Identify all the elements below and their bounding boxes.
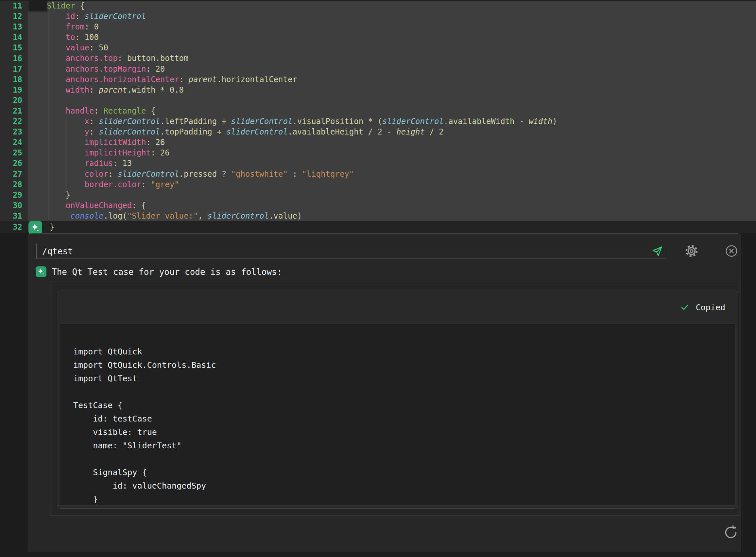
editor-line[interactable]: 18 anchors.horizontalCenter: parent.hori… — [0, 74, 756, 85]
editor-line[interactable]: 23 y: sliderControl.topPadding + sliderC… — [0, 127, 756, 137]
line-number[interactable]: 16 — [0, 53, 28, 63]
code-text[interactable]: anchors.top: button.bottom — [47, 53, 756, 63]
editor-line[interactable]: 11Slider { — [0, 1, 756, 11]
fold-margin — [28, 85, 47, 95]
code-text[interactable]: border.color: "grey" — [47, 179, 756, 190]
editor-line[interactable]: 31 console.log("Slider value:", sliderCo… — [0, 211, 756, 221]
code-text[interactable]: color: sliderControl.pressed ? "ghostwhi… — [47, 169, 756, 179]
line-number[interactable]: 24 — [0, 137, 28, 148]
assistant-avatar-sparkle-icon — [36, 266, 46, 277]
line-number[interactable]: 22 — [0, 116, 28, 127]
assistant-response-container: Copied import QtQuickimport QtQuick.Cont… — [50, 281, 740, 516]
check-icon — [680, 303, 689, 312]
line-number[interactable]: 20 — [0, 95, 28, 106]
fold-margin — [28, 22, 47, 32]
editor-line[interactable]: 17 anchors.topMargin: 20 — [0, 64, 756, 74]
fold-margin — [28, 169, 47, 179]
editor-line[interactable]: 15 value: 50 — [0, 42, 756, 53]
code-text[interactable]: radius: 13 — [47, 158, 756, 169]
code-text[interactable]: anchors.topMargin: 20 — [47, 64, 756, 74]
regenerate-icon[interactable] — [723, 524, 739, 540]
fold-margin — [28, 95, 47, 106]
line-number[interactable]: 25 — [0, 148, 28, 158]
line-number[interactable]: 29 — [0, 190, 28, 200]
code-text[interactable]: x: sliderControl.leftPadding + sliderCon… — [47, 116, 756, 127]
settings-gear-icon[interactable] — [685, 244, 698, 258]
editor-line[interactable]: 16 anchors.top: button.bottom — [0, 53, 756, 63]
code-text[interactable]: onValueChanged: { — [47, 200, 756, 211]
code-text[interactable]: y: sliderControl.topPadding + sliderCont… — [47, 127, 756, 137]
copy-code-button[interactable]: Copied — [680, 291, 725, 324]
line-number[interactable]: 17 — [0, 64, 28, 74]
line-number[interactable]: 27 — [0, 169, 28, 179]
editor-line[interactable]: 12 id: sliderControl — [0, 11, 756, 22]
line-number[interactable]: 31 — [0, 211, 28, 221]
fold-margin — [28, 74, 47, 85]
line-number[interactable]: 28 — [0, 179, 28, 190]
fold-margin — [28, 190, 47, 200]
code-text[interactable]: anchors.horizontalCenter: parent.horizon… — [47, 74, 756, 85]
copied-label: Copied — [696, 303, 725, 312]
code-text[interactable]: to: 100 — [47, 32, 756, 42]
code-text[interactable]: handle: Rectangle { — [47, 106, 756, 116]
line-number[interactable]: 21 — [0, 106, 28, 116]
line-number[interactable]: 30 — [0, 200, 28, 211]
code-text[interactable]: Slider { — [47, 1, 756, 11]
editor-line[interactable]: 30 onValueChanged: { — [0, 200, 756, 211]
code-editor[interactable]: 11Slider {12 id: sliderControl13 from: 0… — [0, 1, 756, 233]
prompt-input[interactable]: /qtest — [36, 244, 667, 259]
fold-margin — [28, 53, 47, 63]
editor-line[interactable]: 26 radius: 13 — [0, 158, 756, 169]
line-number[interactable]: 19 — [0, 85, 28, 95]
editor-line[interactable]: 27 color: sliderControl.pressed ? "ghost… — [0, 169, 756, 179]
code-block-line: id: testCase — [73, 412, 735, 426]
editor-line[interactable]: 21 handle: Rectangle { — [0, 106, 756, 116]
send-icon[interactable] — [652, 246, 663, 257]
code-block-line: visible: true — [73, 426, 735, 439]
code-text[interactable]: id: sliderControl — [47, 11, 756, 22]
editor-line[interactable]: 22 x: sliderControl.leftPadding + slider… — [0, 116, 756, 127]
line-number[interactable]: 15 — [0, 42, 28, 53]
line-number[interactable]: 32 — [0, 221, 28, 233]
editor-line[interactable]: 13 from: 0 — [0, 22, 756, 32]
code-text[interactable]: } — [28, 222, 756, 232]
app-window: 11Slider {12 id: sliderControl13 from: 0… — [0, 0, 756, 557]
code-text[interactable]: console.log("Slider value:", sliderContr… — [47, 211, 756, 221]
editor-line[interactable]: 24 implicitWidth: 26 — [0, 137, 756, 148]
fold-margin — [28, 116, 47, 127]
fold-margin-marker — [28, 1, 48, 11]
ai-assistant-sparkle-icon[interactable] — [28, 221, 42, 235]
editor-line[interactable]: 20 — [0, 95, 756, 106]
fold-margin — [28, 127, 47, 137]
editor-line[interactable]: 28 border.color: "grey" — [0, 179, 756, 190]
editor-line[interactable]: 14 to: 100 — [0, 32, 756, 42]
fold-margin — [28, 32, 47, 42]
fold-margin — [28, 11, 47, 22]
editor-line[interactable]: 29 } — [0, 190, 756, 200]
editor-line[interactable]: 25 implicitHeight: 26 — [0, 148, 756, 158]
code-block-line: } — [73, 493, 735, 506]
fold-margin — [28, 158, 47, 169]
code-text[interactable]: value: 50 — [47, 42, 756, 53]
editor-line[interactable]: 32} — [0, 221, 756, 233]
code-text[interactable]: implicitHeight: 26 — [47, 148, 756, 158]
code-text[interactable]: from: 0 — [47, 22, 756, 32]
fold-margin — [28, 137, 47, 148]
editor-line[interactable]: 19 width: parent.width * 0.8 — [0, 85, 756, 95]
line-number[interactable]: 14 — [0, 32, 28, 42]
line-number[interactable]: 23 — [0, 127, 28, 137]
line-number[interactable]: 13 — [0, 22, 28, 32]
line-number[interactable]: 18 — [0, 74, 28, 85]
code-block: Copied import QtQuickimport QtQuick.Cont… — [57, 291, 738, 508]
code-block-line: import QtTest — [73, 372, 735, 385]
code-block-line: TestCase { — [73, 399, 735, 412]
fold-margin — [28, 211, 47, 221]
line-number[interactable]: 26 — [0, 158, 28, 169]
line-number[interactable]: 11 — [0, 1, 28, 11]
code-text[interactable]: implicitWidth: 26 — [47, 137, 756, 148]
indent-guide — [48, 12, 49, 223]
line-number[interactable]: 12 — [0, 11, 28, 22]
close-icon[interactable] — [725, 245, 738, 257]
code-text[interactable]: } — [47, 190, 756, 200]
code-text[interactable]: width: parent.width * 0.8 — [47, 85, 756, 95]
